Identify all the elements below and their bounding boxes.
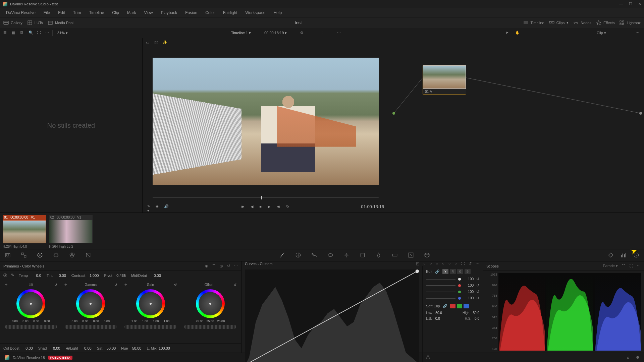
middetail-value[interactable]: 0.00 (150, 274, 161, 278)
magic-mask-icon[interactable] (360, 252, 366, 259)
gain-reset-icon[interactable]: ↺ (174, 283, 177, 287)
softclip-low[interactable]: 50.0 (435, 311, 442, 315)
gain-color-wheel[interactable] (136, 289, 165, 318)
reset-icon[interactable]: ↺ (476, 290, 479, 294)
contrast-value[interactable]: 1.000 (87, 274, 99, 278)
curves-channel-b[interactable]: B (465, 269, 471, 274)
nodes-toggle[interactable]: Nodes (573, 20, 591, 25)
offset-reset-icon[interactable]: ↺ (234, 283, 236, 287)
key-icon[interactable] (392, 252, 398, 259)
curves-hue-hue-icon[interactable]: ○ (423, 261, 426, 266)
qualifier-icon[interactable] (311, 252, 317, 259)
record-timecode[interactable]: 00:00:13:19 ▾ (264, 31, 287, 35)
curves-white-intensity[interactable]: 100 (464, 277, 474, 281)
node-more-icon[interactable]: ⋯ (636, 31, 641, 36)
menu-edit[interactable]: Edit (55, 9, 68, 16)
curves-channel-r[interactable]: R (450, 269, 456, 274)
luts-button[interactable]: LUTs (27, 20, 43, 25)
reset-icon[interactable]: ↺ (476, 277, 479, 281)
split-screen-icon[interactable]: ▯▯ (154, 40, 159, 45)
zoom-level[interactable]: 31% ▾ (57, 31, 68, 35)
blur-icon[interactable] (376, 252, 382, 259)
curves-hue-sat-icon[interactable]: ○ (430, 261, 432, 266)
fullscreen-icon[interactable]: ⛶ (319, 31, 324, 36)
gamma-color-wheel[interactable] (76, 289, 105, 318)
expand-icon[interactable]: ⛶ (37, 31, 42, 36)
hue-value[interactable]: 50.00 (130, 346, 141, 350)
scopes-more-icon[interactable]: ⋯ (637, 264, 641, 268)
play-button[interactable]: ▶ (268, 204, 270, 209)
3d-icon[interactable] (424, 252, 430, 259)
menu-file[interactable]: File (40, 9, 53, 16)
hilight-value[interactable]: 0.00 (80, 346, 92, 350)
node-input-port[interactable] (392, 112, 395, 115)
softclip-green[interactable] (457, 304, 462, 308)
clip-thumb-01[interactable]: 0100:00:00:00V1 H.264 High L4.0 (3, 215, 46, 247)
image-wipe-icon[interactable]: ▭ (146, 40, 151, 45)
curves-sat-lum-icon[interactable]: ○ (454, 261, 457, 266)
keyframes-icon[interactable] (608, 252, 614, 259)
node-graph[interactable]: 01 ✎ (389, 38, 644, 213)
curves-link-icon[interactable]: 🔗 (435, 269, 440, 274)
lift-reset-icon[interactable]: ↺ (54, 283, 57, 287)
curves-sat-sat-icon[interactable]: ○ (448, 261, 451, 266)
softclip-red[interactable] (450, 304, 455, 308)
primaries-bars-icon[interactable]: ☲ (212, 264, 216, 268)
tracker-icon[interactable] (343, 252, 350, 259)
gamma-picker-icon[interactable]: ✛ (64, 283, 67, 287)
home-icon[interactable]: ⌂ (627, 355, 629, 360)
bypass-icon[interactable]: ⊘ (300, 31, 305, 36)
effects-toggle[interactable]: Effects (596, 20, 614, 25)
node-output-port[interactable] (639, 112, 642, 115)
curve-graph[interactable] (241, 266, 422, 362)
more-viewer-icon[interactable]: ⋯ (337, 31, 342, 36)
curves-blue-intensity[interactable]: 100 (464, 296, 474, 300)
sizing-icon[interactable] (408, 252, 414, 259)
reverse-button[interactable]: ◀ (251, 204, 253, 209)
softclip-ls[interactable]: 0.0 (435, 317, 440, 320)
loop-button[interactable]: ↻ (286, 204, 289, 209)
menu-timeline[interactable]: Timeline (86, 9, 107, 16)
scopes-layout-icon[interactable]: ☷ (622, 264, 625, 268)
softclip-link-icon[interactable]: 🔗 (443, 304, 447, 308)
menu-fairlight[interactable]: Fairlight (220, 9, 241, 16)
menu-trim[interactable]: Trim (70, 9, 85, 16)
primaries-icon[interactable] (37, 252, 43, 259)
media-pool-button[interactable]: Media Pool (48, 20, 73, 25)
primaries-more-icon[interactable]: ⋯ (234, 264, 238, 268)
curves-lum-sat-icon[interactable]: ○ (442, 261, 444, 266)
timeline-toggle[interactable]: Timeline (523, 20, 544, 25)
lmix-value[interactable]: 100.00 (159, 346, 170, 350)
color-match-icon[interactable] (21, 252, 27, 259)
close-button[interactable]: ✕ (638, 2, 641, 6)
next-clip-button[interactable]: ⏭ (276, 204, 280, 208)
viewer-image[interactable] (143, 47, 389, 196)
hand-icon[interactable]: ✋ (515, 31, 520, 36)
menu-clip[interactable]: Clip (109, 9, 122, 16)
softclip-high[interactable]: 50.0 (473, 311, 479, 315)
softclip-hs[interactable]: 0.0 (475, 317, 479, 320)
curves-expand-icon[interactable]: ⛶ (461, 261, 465, 266)
thumb-view-icon[interactable]: ▦ (12, 31, 17, 36)
tab-deliver[interactable] (425, 354, 431, 361)
curves-red-intensity[interactable]: 100 (464, 284, 474, 287)
scopes-expand-icon[interactable]: ⛶ (629, 264, 633, 268)
color-warper-icon[interactable] (295, 252, 301, 259)
reset-icon[interactable]: ↺ (476, 283, 479, 288)
pivot-value[interactable]: 0.435 (114, 274, 126, 278)
clip-thumb-02[interactable]: 0200:00:00:00V1 H.264 High L5.2 (49, 215, 93, 247)
menu-fusion[interactable]: Fusion (182, 9, 201, 16)
curves-channel-y[interactable]: Y (442, 269, 448, 274)
stop-button[interactable]: ■ (259, 204, 262, 208)
motion-effects-icon[interactable] (85, 252, 91, 259)
lift-picker-icon[interactable]: ✛ (5, 283, 7, 287)
minimize-button[interactable]: — (619, 2, 623, 6)
pick-wb-icon[interactable]: ✎ (11, 273, 16, 278)
colboost-value[interactable]: 0.00 (21, 346, 33, 350)
scopes-mode[interactable]: Parade ▾ (603, 264, 618, 268)
color-node-01[interactable]: 01 ✎ (423, 65, 466, 95)
project-settings-icon[interactable]: ⚙ (636, 355, 639, 360)
clips-toggle[interactable]: Clips ▾ (549, 20, 569, 25)
window-icon[interactable] (327, 252, 333, 259)
search-icon[interactable]: 🔍 (29, 31, 34, 36)
